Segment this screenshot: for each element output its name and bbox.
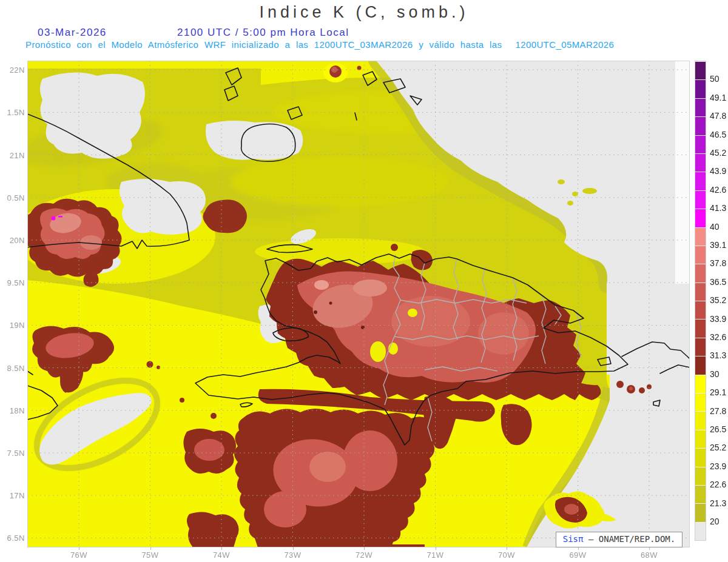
- colorbar-swatch: [695, 393, 706, 411]
- lon-tick-label: 72W: [351, 550, 377, 560]
- colorbar-tick-label: 50: [710, 74, 720, 84]
- colorbar-tick-label: 22.6: [710, 480, 726, 489]
- colorbar-tick-label: 42.6: [710, 185, 726, 195]
- colorbar-swatch: [695, 283, 706, 301]
- colorbar-swatch: [695, 190, 706, 209]
- k40-magenta-spot: [52, 216, 56, 221]
- colorbar-swatch: [695, 153, 706, 172]
- colorbar-swatch: [695, 338, 706, 356]
- page-title: Indice K (C, somb.): [0, 3, 728, 22]
- lon-tick: [364, 547, 365, 550]
- colorbar-swatch: [695, 79, 706, 98]
- lon-tick-label: 68W: [636, 550, 662, 560]
- credits-separator: –: [588, 534, 593, 544]
- colorbar-swatch: [695, 227, 706, 246]
- colorbar-tick-label: 25.2: [710, 443, 726, 452]
- credits-org: ONAMET/REP.DOM.: [599, 534, 675, 544]
- colorbar-tick-label: 21.3: [710, 498, 726, 508]
- lat-tick-label: 18N: [0, 406, 25, 415]
- forecast-date: 03-Mar-2026: [38, 27, 107, 39]
- colorbar-tick-label: 36.5: [710, 277, 726, 287]
- colorbar-tick-label: 35.2: [710, 295, 726, 305]
- colorbar-tick-label: 30: [710, 369, 720, 379]
- lat-tick-label: 6.5N: [0, 534, 25, 543]
- lon-tick-label: 76W: [66, 550, 92, 560]
- lat-tick-label: 19N: [0, 321, 25, 330]
- lon-tick-label: 71W: [422, 550, 449, 560]
- colorbar-swatch: [695, 116, 706, 135]
- lon-tick: [436, 547, 436, 550]
- lon-tick-label: 74W: [208, 550, 235, 560]
- lon-tick: [150, 547, 151, 550]
- colorbar-swatch: [695, 264, 706, 282]
- colorbar-swatch: [695, 209, 706, 227]
- sispi-logo-text: Sisπ: [563, 534, 584, 544]
- colorbar-swatch: [695, 301, 706, 319]
- colorbar-swatch: [695, 172, 706, 190]
- lon-tick-label: 75W: [137, 550, 164, 560]
- colorbar-swatch: [695, 375, 706, 393]
- colorbar-tick-label: 43.9: [710, 166, 726, 176]
- colorbar-tick-label: 26.5: [710, 424, 726, 434]
- colorbar-tick-label: 47.8: [710, 111, 726, 121]
- colorbar-tick-label: 20: [710, 517, 720, 526]
- colorbar-tick-label: 41.3: [710, 203, 726, 213]
- colorbar-tick-label: 32.6: [710, 332, 726, 342]
- colorbar-swatch: [695, 467, 706, 485]
- colorbar-swatch: [695, 430, 706, 448]
- forecast-hour: 2100 UTC / 5:00 pm Hora Local: [177, 27, 349, 39]
- colorbar-swatch: [695, 135, 706, 153]
- colorbar-tick-label: 37.8: [710, 258, 726, 268]
- colorbar-tick-label: 39.1: [710, 240, 726, 250]
- colorbar-tick-label: 49.1: [710, 93, 726, 102]
- colorbar-tick-label: 33.9: [710, 314, 726, 324]
- k-index-colorbar: 5049.147.846.545.243.942.641.34039.137.8…: [695, 61, 728, 541]
- colorbar-swatch: [695, 522, 706, 540]
- colorbar-tick-label: 31.3: [710, 350, 726, 360]
- lon-tick: [507, 547, 507, 550]
- colorbar-tick-label: 40: [710, 222, 720, 232]
- colorbar-tick-label: 27.8: [710, 406, 726, 416]
- lat-tick-label: 7.5N: [0, 449, 25, 458]
- forecast-map-page: Indice K (C, somb.) 03-Mar-2026 2100 UTC…: [0, 0, 728, 562]
- lat-tick-label: 22N: [0, 65, 25, 75]
- lat-tick-label: 21N: [0, 150, 25, 159]
- model-subtitle-text: Pronóstico con el Modelo Atmósferico WRF…: [25, 39, 502, 50]
- credits-box: Sisπ – ONAMET/REP.DOM.: [556, 532, 682, 547]
- lon-tick: [293, 547, 294, 550]
- colorbar-swatches: [695, 61, 706, 541]
- lat-tick-label: 9.5N: [0, 278, 25, 287]
- lat-tick-label: 0.5N: [0, 193, 25, 202]
- lon-tick: [79, 547, 79, 550]
- lat-tick-label: 17N: [0, 491, 25, 500]
- lat-tick-label: 1.5N: [0, 108, 25, 117]
- lon-tick-label: 70W: [493, 550, 520, 560]
- colorbar-tick-label: 45.2: [710, 148, 726, 158]
- valid-until-text: 1200UTC_05MAR2026: [515, 39, 614, 50]
- colorbar-swatch: [695, 411, 706, 429]
- lon-tick: [221, 547, 222, 550]
- map-plot-area: [27, 61, 690, 547]
- colorbar-swatch: [695, 448, 706, 466]
- colorbar-swatch: [695, 61, 706, 79]
- colorbar-swatch: [695, 98, 706, 116]
- colorbar-swatch: [695, 485, 706, 503]
- colorbar-swatch: [695, 246, 706, 264]
- colorbar-swatch: [695, 356, 706, 374]
- model-subtitle: Pronóstico con el Modelo Atmósferico WRF…: [25, 39, 699, 50]
- lon-tick-label: 73W: [280, 550, 306, 560]
- colorbar-swatch: [695, 319, 706, 337]
- lat-tick-label: 20N: [0, 236, 25, 245]
- lon-tick-label: 69W: [565, 550, 592, 560]
- k-index-map: [27, 61, 690, 547]
- lat-tick-label: 8.5N: [0, 363, 25, 372]
- colorbar-tick-label: 29.1: [710, 387, 726, 397]
- colorbar-tick-label: 46.5: [710, 130, 726, 139]
- colorbar-tick-label: 23.9: [710, 461, 726, 471]
- colorbar-swatch: [695, 503, 706, 521]
